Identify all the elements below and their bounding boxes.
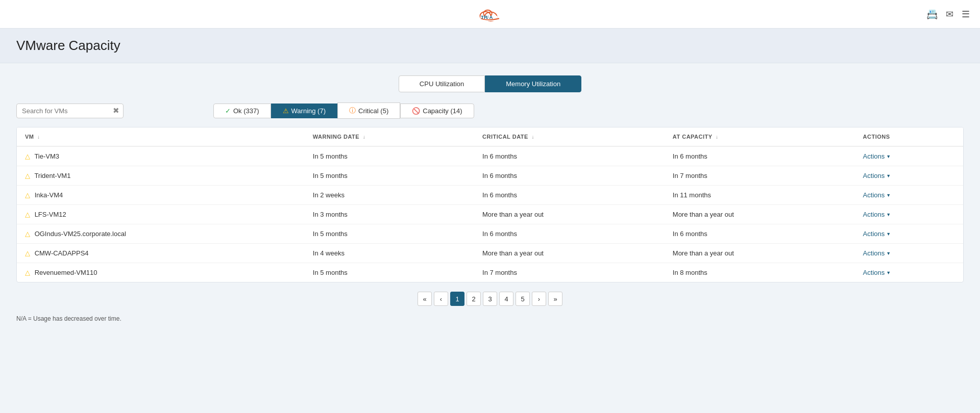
actions-btn-0[interactable]: Actions [863, 152, 891, 160]
col-vm: VM ↓ [17, 127, 305, 146]
page-2[interactable]: 2 [467, 292, 481, 306]
col-actions: Actions [855, 127, 963, 146]
main-content: CPU Utilization Memory Utilization ✖ ✓ O… [0, 63, 980, 334]
sort-icon-warning-date[interactable]: ↓ [363, 134, 366, 140]
cell-actions-4: Actions [855, 224, 963, 244]
status-btn-capacity[interactable]: 🚫 Capacity (14) [400, 104, 474, 118]
page-next[interactable]: › [532, 292, 546, 306]
cell-actions-6: Actions [855, 263, 963, 282]
capacity-icon: 🚫 [412, 107, 420, 115]
status-btn-warning[interactable]: ⚠ Warning (7) [271, 104, 337, 118]
vm-name-5: CMW-CADAPPS4 [35, 249, 89, 257]
cell-warning-date-1: In 5 months [305, 166, 474, 186]
col-warning-date: Warning Date ↓ [305, 127, 474, 146]
tab-memory[interactable]: Memory Utilization [485, 75, 581, 92]
cell-warning-date-3: In 3 months [305, 205, 474, 224]
vm-name-2: Inka-VM4 [35, 191, 63, 199]
table-row: △ Inka-VM4 In 2 weeks In 6 months In 11 … [17, 186, 963, 205]
actions-btn-2[interactable]: Actions [863, 191, 891, 199]
cell-vm-3: △ LFS-VM12 [17, 205, 305, 224]
cell-vm-0: △ Tie-VM3 [17, 146, 305, 166]
svg-text:TR: TR [481, 14, 487, 20]
cell-warning-date-2: In 2 weeks [305, 186, 474, 205]
page-5[interactable]: 5 [516, 292, 530, 306]
cell-at-capacity-5: More than a year out [665, 244, 855, 263]
actions-btn-3[interactable]: Actions [863, 211, 891, 218]
pagination: « ‹ 1 2 3 4 5 › » [16, 282, 964, 310]
sort-icon-vm[interactable]: ↓ [37, 134, 40, 140]
cell-at-capacity-2: In 11 months [665, 186, 855, 205]
cell-at-capacity-0: In 6 months [665, 146, 855, 166]
table-row: △ Tie-VM3 In 5 months In 6 months In 6 m… [17, 146, 963, 166]
cell-at-capacity-4: In 6 months [665, 224, 855, 244]
actions-btn-4[interactable]: Actions [863, 230, 891, 238]
logo: TR i A [475, 5, 505, 24]
cell-critical-date-3: More than a year out [474, 205, 665, 224]
mail-icon[interactable]: ✉ [946, 9, 953, 20]
id-card-icon[interactable]: 📇 [926, 9, 938, 20]
col-critical-date: Critical Date ↓ [474, 127, 665, 146]
page-first[interactable]: « [418, 292, 432, 306]
warn-icon-4: △ [25, 230, 30, 238]
page-title: VMware Capacity [16, 38, 964, 54]
warn-icon-5: △ [25, 249, 30, 257]
cell-critical-date-1: In 6 months [474, 166, 665, 186]
cell-actions-1: Actions [855, 166, 963, 186]
status-ok-label: Ok (337) [233, 107, 259, 115]
table-row: △ OGIndus-VM25.corporate.local In 5 mont… [17, 224, 963, 244]
sort-icon-critical-date[interactable]: ↓ [531, 134, 534, 140]
cell-actions-0: Actions [855, 146, 963, 166]
status-warning-label: Warning (7) [291, 107, 326, 115]
search-clear-icon[interactable]: ✖ [113, 106, 119, 115]
data-table: VM ↓ Warning Date ↓ Critical Date ↓ At C… [17, 127, 963, 282]
ok-icon: ✓ [225, 107, 231, 115]
table-header-row: VM ↓ Warning Date ↓ Critical Date ↓ At C… [17, 127, 963, 146]
header-icons: 📇 ✉ ☰ [926, 9, 970, 20]
search-wrap: ✖ [16, 104, 124, 118]
table-wrap: VM ↓ Warning Date ↓ Critical Date ↓ At C… [16, 127, 964, 282]
vm-name-6: Revenuemed-VM110 [35, 269, 97, 276]
warn-icon-2: △ [25, 191, 30, 199]
page-1[interactable]: 1 [450, 292, 464, 306]
vm-name-0: Tie-VM3 [34, 152, 59, 160]
page-3[interactable]: 3 [483, 292, 497, 306]
actions-btn-5[interactable]: Actions [863, 249, 891, 257]
cell-critical-date-2: In 6 months [474, 186, 665, 205]
status-btn-critical[interactable]: ⓘ Critical (5) [337, 102, 400, 119]
cell-actions-2: Actions [855, 186, 963, 205]
cell-critical-date-0: In 6 months [474, 146, 665, 166]
status-btn-ok[interactable]: ✓ Ok (337) [213, 104, 271, 118]
table-row: △ Trident-VM1 In 5 months In 6 months In… [17, 166, 963, 186]
page-prev[interactable]: ‹ [434, 292, 448, 306]
cell-vm-2: △ Inka-VM4 [17, 186, 305, 205]
cell-vm-1: △ Trident-VM1 [17, 166, 305, 186]
cell-actions-3: Actions [855, 205, 963, 224]
warn-icon-3: △ [25, 211, 30, 218]
vm-name-3: LFS-VM12 [35, 211, 66, 218]
cell-warning-date-0: In 5 months [305, 146, 474, 166]
sort-icon-at-capacity[interactable]: ↓ [716, 134, 719, 140]
tab-cpu[interactable]: CPU Utilization [399, 75, 485, 92]
status-capacity-label: Capacity (14) [423, 107, 462, 115]
warn-icon-1: △ [25, 172, 30, 179]
critical-icon: ⓘ [349, 106, 356, 115]
footnote: N/A = Usage has decreased over time. [16, 315, 964, 322]
logo-svg: TR i A [475, 5, 505, 24]
page-last[interactable]: » [548, 292, 562, 306]
search-input[interactable] [16, 104, 124, 118]
table-row: △ LFS-VM12 In 3 months More than a year … [17, 205, 963, 224]
warn-icon-6: △ [25, 269, 30, 276]
menu-icon[interactable]: ☰ [962, 9, 970, 20]
cell-actions-5: Actions [855, 244, 963, 263]
page-4[interactable]: 4 [499, 292, 513, 306]
actions-btn-6[interactable]: Actions [863, 269, 891, 276]
cell-at-capacity-6: In 8 months [665, 263, 855, 282]
status-critical-label: Critical (5) [358, 107, 388, 115]
tabs-row: CPU Utilization Memory Utilization [16, 75, 964, 92]
filter-row: ✖ ✓ Ok (337) ⚠ Warning (7) ⓘ Critical (5… [16, 102, 964, 119]
cell-critical-date-5: More than a year out [474, 244, 665, 263]
actions-btn-1[interactable]: Actions [863, 172, 891, 179]
status-filters: ✓ Ok (337) ⚠ Warning (7) ⓘ Critical (5) … [213, 102, 474, 119]
cell-vm-5: △ CMW-CADAPPS4 [17, 244, 305, 263]
cell-vm-6: △ Revenuemed-VM110 [17, 263, 305, 282]
